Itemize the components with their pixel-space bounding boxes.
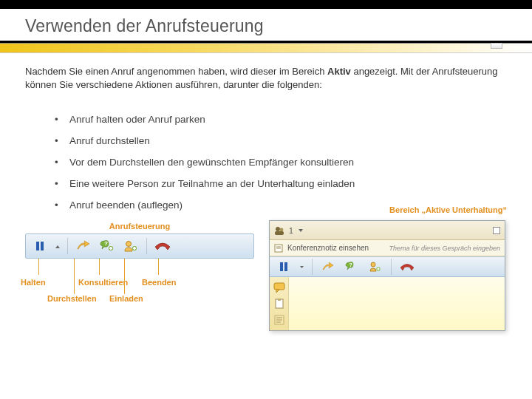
label-hold: Halten	[21, 278, 46, 287]
consult-button[interactable]: ?	[344, 259, 360, 275]
divider-right-handle	[491, 43, 502, 49]
transfer-arrow-icon	[76, 240, 91, 252]
list-item: Anruf halten oder Anruf parken	[55, 109, 507, 130]
label-consult: Konsultieren	[78, 278, 128, 287]
conversation-main-area	[289, 277, 505, 330]
invite-person-icon	[123, 239, 138, 253]
list-item: Vor dem Durchstellen den gewünschten Emp…	[55, 151, 507, 173]
svg-rect-17	[284, 262, 287, 271]
hold-button[interactable]	[32, 238, 48, 254]
svg-rect-0	[36, 242, 39, 250]
active-conversation-panel: Bereich „Aktive Unterhaltung“ 1 Konferen…	[269, 222, 507, 331]
svg-rect-23	[274, 283, 284, 290]
transfer-button[interactable]	[75, 238, 92, 254]
svg-rect-25	[278, 299, 281, 301]
panel-caption-right: Bereich „Aktive Unterhaltung“	[269, 205, 507, 214]
svg-rect-22	[378, 267, 378, 270]
message-icon[interactable]	[273, 282, 285, 293]
label-transfer: Durchstellen	[47, 294, 97, 303]
call-control-panel: Anrufsteuerung ?	[25, 222, 254, 331]
transfer-arrow-icon	[321, 262, 335, 272]
hold-button[interactable]	[276, 259, 292, 275]
participant-count: 1	[289, 226, 293, 235]
toolbar-separator	[67, 238, 68, 254]
svg-text:?: ?	[349, 262, 352, 267]
window-control[interactable]	[493, 227, 500, 234]
call-control-toolbar: ?	[25, 233, 254, 259]
bullet-list: Anruf halten oder Anruf parken Anruf dur…	[55, 109, 507, 216]
intro-part-a: Nachdem Sie einen Anruf angenommen haben…	[25, 66, 327, 77]
chevron-down-icon	[55, 244, 60, 248]
list-item: Anruf durchstellen	[55, 130, 507, 151]
consult-icon: ?	[100, 239, 115, 253]
note-label[interactable]: Konferenznotiz einsehen	[287, 244, 369, 252]
note-icon[interactable]	[273, 314, 285, 326]
svg-rect-9	[134, 247, 135, 250]
invite-button[interactable]	[123, 238, 139, 254]
chevron-down-icon[interactable]	[298, 228, 304, 233]
theme-prompt[interactable]: Thema für dieses Gespräch eingeben	[389, 245, 500, 252]
people-icon	[274, 225, 284, 236]
pointer-lines: Halten Konsultieren Beenden Durchstellen…	[25, 259, 254, 303]
conversation-subheader: Konferenznotiz einsehen Thema für dieses…	[270, 240, 505, 256]
svg-point-6	[126, 242, 132, 247]
clip-icon[interactable]	[273, 298, 285, 310]
conversation-window: 1 Konferenznotiz einsehen Thema für dies…	[269, 220, 505, 331]
svg-point-10	[276, 227, 280, 231]
consult-button[interactable]: ?	[99, 238, 115, 254]
conversation-body	[270, 277, 505, 330]
conversation-toolbar: ?	[270, 256, 505, 277]
svg-point-11	[280, 228, 284, 231]
toolbar-separator	[312, 259, 313, 275]
svg-rect-5	[110, 247, 112, 250]
invite-button[interactable]	[367, 259, 383, 275]
list-item: Eine weitere Person zur Teilnahme an der…	[55, 173, 507, 194]
title-divider	[25, 41, 507, 53]
pause-icon	[279, 262, 289, 272]
svg-point-19	[371, 262, 375, 267]
toolbar-separator	[146, 238, 147, 254]
svg-rect-12	[275, 231, 284, 235]
conversation-header: 1	[270, 221, 505, 240]
chevron-down-icon[interactable]	[299, 265, 304, 270]
svg-text:?: ?	[104, 240, 108, 247]
hangup-icon	[154, 241, 171, 251]
svg-rect-16	[280, 262, 283, 271]
intro-paragraph: Nachdem Sie einen Anruf angenommen haben…	[25, 65, 507, 91]
page-title: Verwenden der Anrufsteuerung	[25, 16, 507, 36]
panel-caption-left: Anrufsteuerung	[25, 222, 254, 231]
invite-person-icon	[369, 261, 382, 273]
svg-rect-1	[41, 242, 44, 250]
lower-row: Anrufsteuerung ?	[25, 222, 507, 331]
transfer-button[interactable]	[320, 259, 336, 275]
conversation-sidebar	[270, 277, 289, 330]
toolbar-separator	[391, 259, 392, 275]
note-icon	[274, 244, 283, 253]
end-call-button[interactable]	[399, 259, 415, 275]
label-invite: Einladen	[109, 294, 143, 303]
top-black-bar	[0, 0, 532, 9]
hangup-icon	[400, 262, 415, 271]
consult-icon: ?	[345, 261, 358, 273]
label-end: Beenden	[142, 278, 176, 287]
end-call-button[interactable]	[154, 238, 171, 254]
pause-icon	[34, 240, 46, 252]
intro-strong: Aktiv	[327, 66, 351, 77]
slide-content: Verwenden der Anrufsteuerung Nachdem Sie…	[0, 0, 532, 331]
